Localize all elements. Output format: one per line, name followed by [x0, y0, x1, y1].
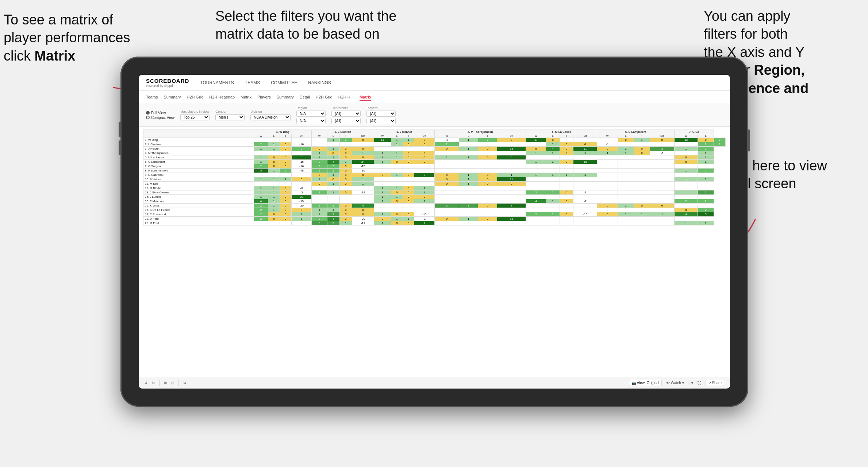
matrix-cell: 2	[698, 208, 714, 212]
matrix-cell: 1	[698, 155, 714, 160]
matrix-cell	[634, 221, 650, 225]
region-select-2[interactable]: N/A	[296, 118, 326, 124]
player-row-name: 11. M Ege	[143, 182, 254, 186]
matrix-cell	[497, 221, 526, 225]
matrix-cell: 1	[374, 195, 391, 199]
matrix-cell: -2	[435, 138, 459, 142]
matrix-cell: 1	[268, 195, 280, 199]
matrix-cell	[634, 195, 650, 199]
tab-matrix-active[interactable]: Matrix	[360, 94, 371, 101]
conference-select-2[interactable]: (All)	[331, 118, 361, 124]
fullscreen-btn[interactable]: ⛶	[698, 381, 701, 385]
matrix-cell: 2	[435, 142, 459, 147]
matrix-cell: 0	[280, 190, 291, 195]
matrix-cell: 1	[391, 142, 403, 147]
gender-select[interactable]: Men's	[215, 114, 245, 120]
tab-detail[interactable]: Detail	[300, 94, 310, 101]
matrix-cell: 7	[414, 221, 435, 225]
player-row-name: 8. P Summerhays	[143, 169, 254, 173]
matrix-cell	[573, 138, 597, 142]
tab-h2h-h[interactable]: H2H H...	[338, 94, 354, 101]
tab-players[interactable]: Players	[257, 94, 271, 101]
matrix-cell: 1	[650, 212, 674, 217]
matrix-cell	[560, 195, 573, 199]
matrix-cell: 3	[327, 212, 339, 217]
matrix-cell	[268, 151, 280, 155]
share-btn[interactable]: ↗ Share	[706, 380, 724, 386]
view-original-btn[interactable]: 📷 View: Original	[629, 380, 662, 386]
nav-committee[interactable]: COMMITTEE	[271, 80, 297, 85]
players-select-2[interactable]: (All)	[366, 118, 396, 124]
tablet-vol1-button	[119, 122, 120, 137]
tab-summary-1[interactable]: Summary	[164, 94, 181, 101]
matrix-cell	[650, 169, 674, 173]
fit-btn[interactable]: ⊡	[171, 381, 174, 385]
tab-h2h-grid-1[interactable]: H2H Grid	[187, 94, 203, 101]
nav-teams[interactable]: TEAMS	[245, 80, 260, 85]
matrix-cell: 1	[435, 155, 459, 160]
matrix-cell: 0	[560, 212, 573, 217]
matrix-cell: 1	[698, 151, 714, 155]
matrix-cell: 0	[403, 151, 414, 155]
matrix-cell	[650, 142, 674, 147]
matrix-cell	[254, 182, 268, 186]
matrix-cell: 2	[478, 138, 497, 142]
max-players-select[interactable]: Top 25	[180, 114, 210, 120]
matrix-cell	[650, 182, 674, 186]
matrix-cell: 5	[254, 169, 268, 173]
matrix-cell: 1	[352, 182, 374, 186]
matrix-cell: 4	[327, 217, 339, 221]
matrix-cell: 0	[403, 190, 414, 195]
settings-btn[interactable]: ⚙	[183, 381, 187, 385]
tab-h2h-heatmap[interactable]: H2H Heatmap	[209, 94, 235, 101]
undo-btn[interactable]: ↺	[145, 381, 147, 385]
compact-view-radio[interactable]: Compact View	[146, 116, 174, 120]
nav-rankings[interactable]: RANKINGS	[308, 80, 331, 85]
matrix-cell: 0	[280, 160, 291, 164]
layout-btn[interactable]: ⊞▾	[688, 381, 693, 385]
matrix-cell: 0	[403, 155, 414, 160]
matrix-cell: 1	[459, 173, 478, 177]
player-row-name: 3. J Koivun	[143, 147, 254, 151]
division-select[interactable]: NCAA Division I	[250, 114, 291, 120]
matrix-cell: 2	[254, 164, 268, 169]
matrix-cell: 0	[414, 138, 435, 142]
toolbar-sep-2	[178, 380, 179, 386]
matrix-cell: 0	[339, 164, 352, 169]
zoom-btn[interactable]: ⊞	[164, 381, 167, 385]
matrix-cell: 0	[634, 151, 650, 155]
redo-btn[interactable]: ↻	[152, 381, 155, 385]
matrix-cell	[650, 155, 674, 160]
watch-btn[interactable]: 👁 Watch ▾	[666, 381, 684, 385]
matrix-cell	[403, 182, 414, 186]
player-row-name: 16. K Vilips	[143, 204, 254, 208]
full-view-dot	[146, 111, 150, 115]
matrix-cell	[291, 182, 312, 186]
matrix-cell: -19	[291, 199, 312, 204]
matrix-cell: 1	[339, 160, 352, 164]
matrix-cell: 0	[414, 160, 435, 164]
matrix-cell: -15	[352, 164, 374, 169]
matrix-cell	[634, 208, 650, 212]
players-select-1[interactable]: (All)	[366, 111, 396, 117]
full-view-radio[interactable]: Full View	[146, 111, 174, 115]
matrix-cell: 2	[312, 190, 327, 195]
matrix-cell: 1	[674, 221, 698, 225]
nav-tournaments[interactable]: TOURNAMENTS	[200, 80, 234, 85]
matrix-cell: 1	[327, 208, 339, 212]
tab-matrix-1[interactable]: Matrix	[241, 94, 251, 101]
matrix-cell: 1	[312, 208, 327, 212]
conference-select-1[interactable]: (All)	[331, 111, 361, 117]
matrix-cell	[414, 182, 435, 186]
matrix-cell: 8	[497, 204, 526, 208]
tab-summary-2[interactable]: Summary	[277, 94, 294, 101]
matrix-cell: 1	[403, 217, 414, 221]
matrix-cell	[478, 190, 497, 195]
region-select-1[interactable]: N/A	[296, 111, 326, 117]
matrix-cell	[497, 195, 526, 199]
tab-teams[interactable]: Teams	[146, 94, 158, 101]
matrix-cell	[374, 208, 391, 212]
tab-h2h-grid-2[interactable]: H2H Grid	[316, 94, 333, 101]
matrix-content[interactable]: 1. W Ding 2. L Clanton 3. J Koivun 4. M …	[139, 127, 730, 377]
matrix-cell: 0	[352, 155, 374, 160]
